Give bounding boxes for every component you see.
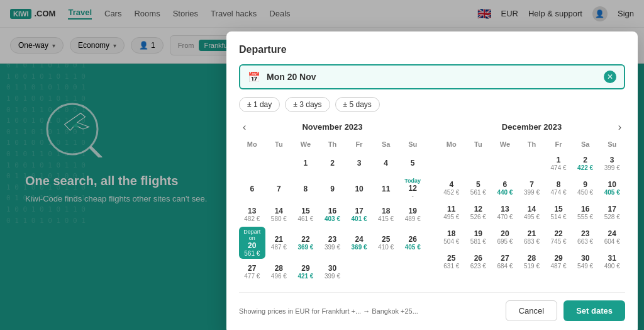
cal-cell[interactable]: 1 bbox=[292, 151, 319, 175]
cal-cell[interactable]: 27477 € bbox=[239, 259, 265, 283]
cal-cell[interactable]: 4 bbox=[373, 151, 399, 175]
plus-minus-1-day-button[interactable]: ± 1 day bbox=[239, 97, 280, 112]
calendars-container: ‹ November 2023 Mo Tu We Th Fr Sa Su 1 2… bbox=[239, 122, 625, 283]
cal-cell[interactable]: 4452 € bbox=[438, 176, 465, 200]
cal-cell bbox=[492, 151, 518, 175]
december-calendar: December 2023 › Mo Tu We Th Fr Sa Su 147… bbox=[438, 122, 625, 283]
dow-fr: Fr bbox=[545, 138, 572, 151]
cal-cell[interactable]: 27684 € bbox=[492, 249, 518, 273]
cal-cell[interactable]: 14495 € bbox=[519, 200, 545, 224]
cal-cell-today[interactable]: Today 12 - bbox=[399, 176, 426, 202]
cal-cell[interactable]: 21683 € bbox=[519, 225, 545, 249]
dow-mo: Mo bbox=[239, 138, 265, 151]
cal-cell[interactable]: 30549 € bbox=[572, 249, 599, 273]
cal-cell[interactable]: 2 bbox=[319, 151, 346, 175]
cal-cell[interactable]: 23399 € bbox=[319, 227, 346, 259]
dow-sa: Sa bbox=[373, 138, 399, 151]
plus-minus-5-days-button[interactable]: ± 5 days bbox=[335, 97, 380, 112]
cal-cell[interactable]: 23663 € bbox=[572, 225, 599, 249]
dow-mo: Mo bbox=[438, 138, 465, 151]
modal-footer: Showing prices in EUR for Frankfurt +...… bbox=[239, 292, 625, 321]
cal-cell-selected[interactable]: Depart on 20 561 € bbox=[239, 227, 265, 259]
cal-cell[interactable]: 21487 € bbox=[266, 227, 292, 259]
next-month-button[interactable]: › bbox=[614, 120, 625, 134]
cal-cell[interactable]: 29421 € bbox=[292, 259, 319, 283]
cal-cell[interactable]: 22745 € bbox=[545, 225, 572, 249]
cal-cell[interactable]: 14580 € bbox=[266, 202, 292, 226]
cal-cell[interactable]: 7 bbox=[266, 176, 292, 202]
cal-cell[interactable]: 25631 € bbox=[438, 249, 465, 273]
cal-cell[interactable]: 7399 € bbox=[519, 176, 545, 200]
cal-cell[interactable]: 18504 € bbox=[438, 225, 465, 249]
cal-cell[interactable]: 17528 € bbox=[599, 200, 625, 224]
cal-cell[interactable]: 10405 € bbox=[599, 176, 625, 200]
calendar-icon: 📅 bbox=[248, 71, 260, 83]
cal-cell[interactable]: 8 bbox=[292, 176, 319, 202]
cal-cell bbox=[519, 151, 545, 175]
dow-th: Th bbox=[319, 138, 346, 151]
cal-cell bbox=[373, 259, 399, 283]
cal-cell[interactable]: 12526 € bbox=[465, 200, 492, 224]
cal-cell[interactable]: 11 bbox=[373, 176, 399, 202]
footer-info: Showing prices in EUR for Frankfurt +...… bbox=[239, 307, 418, 315]
cal-cell[interactable]: 9450 € bbox=[572, 176, 599, 200]
cal-cell[interactable]: 31490 € bbox=[599, 249, 625, 273]
cal-cell[interactable]: 15514 € bbox=[545, 200, 572, 224]
cal-cell[interactable]: 22369 € bbox=[292, 227, 319, 259]
cal-cell[interactable]: 28496 € bbox=[266, 259, 292, 283]
december-month-label: December 2023 bbox=[502, 122, 562, 132]
cal-cell[interactable]: 1474 € bbox=[545, 151, 572, 175]
cal-cell[interactable]: 24604 € bbox=[599, 225, 625, 249]
cal-cell[interactable]: 16555 € bbox=[572, 200, 599, 224]
dow-tu: Tu bbox=[465, 138, 492, 151]
cal-cell[interactable]: 20695 € bbox=[492, 225, 518, 249]
cal-cell[interactable]: 15461 € bbox=[292, 202, 319, 226]
dow-su: Su bbox=[399, 138, 426, 151]
day-range-buttons: ± 1 day ± 3 days ± 5 days bbox=[239, 97, 625, 112]
cal-cell[interactable]: 30399 € bbox=[319, 259, 346, 283]
cal-cell[interactable]: 6 bbox=[239, 176, 265, 202]
cal-cell[interactable]: 11495 € bbox=[438, 200, 465, 224]
dow-we: We bbox=[492, 138, 518, 151]
cal-cell[interactable]: 18415 € bbox=[373, 202, 399, 226]
cal-cell[interactable]: 13470 € bbox=[492, 200, 518, 224]
cal-cell[interactable]: 5 bbox=[399, 151, 426, 175]
prev-month-button[interactable]: ‹ bbox=[239, 120, 250, 134]
cal-cell[interactable]: 6440 € bbox=[492, 176, 518, 200]
cancel-button[interactable]: Cancel bbox=[506, 300, 557, 321]
cal-cell[interactable]: 29487 € bbox=[545, 249, 572, 273]
cal-cell[interactable]: 9 bbox=[319, 176, 346, 202]
cal-cell[interactable]: 28519 € bbox=[519, 249, 545, 273]
november-month-label: November 2023 bbox=[302, 122, 362, 132]
cal-cell[interactable]: 19581 € bbox=[465, 225, 492, 249]
cal-cell[interactable]: 26623 € bbox=[465, 249, 492, 273]
footer-buttons: Cancel Set dates bbox=[506, 300, 625, 321]
clear-date-button[interactable]: ✕ bbox=[604, 71, 616, 83]
cal-cell[interactable]: 3 bbox=[346, 151, 372, 175]
cal-cell[interactable]: 8474 € bbox=[545, 176, 572, 200]
cal-cell[interactable]: 19489 € bbox=[399, 202, 426, 226]
cal-cell[interactable]: 5561 € bbox=[465, 176, 492, 200]
cal-cell[interactable]: 13482 € bbox=[239, 202, 265, 226]
cal-cell bbox=[266, 151, 292, 175]
selected-date: Mon 20 Nov bbox=[267, 72, 604, 82]
cal-cell[interactable]: 2422 € bbox=[572, 151, 599, 175]
november-header: ‹ November 2023 bbox=[239, 122, 426, 132]
december-header: December 2023 › bbox=[438, 122, 625, 132]
date-input[interactable]: 📅 Mon 20 Nov ✕ bbox=[239, 64, 625, 89]
dow-th: Th bbox=[519, 138, 545, 151]
cal-cell[interactable]: 17401 € bbox=[346, 202, 372, 226]
dow-we: We bbox=[292, 138, 319, 151]
cal-cell bbox=[346, 259, 372, 283]
cal-cell[interactable]: 26405 € bbox=[399, 227, 426, 259]
cal-cell[interactable]: 3399 € bbox=[599, 151, 625, 175]
cal-cell[interactable]: 25410 € bbox=[373, 227, 399, 259]
november-grid: Mo Tu We Th Fr Sa Su 1 2 3 4 5 6 7 8 9 bbox=[239, 138, 426, 283]
cal-cell[interactable]: 16403 € bbox=[319, 202, 346, 226]
november-calendar: ‹ November 2023 Mo Tu We Th Fr Sa Su 1 2… bbox=[239, 122, 426, 283]
cal-cell[interactable]: 24369 € bbox=[346, 227, 372, 259]
plus-minus-3-days-button[interactable]: ± 3 days bbox=[285, 97, 330, 112]
dow-tu: Tu bbox=[266, 138, 292, 151]
cal-cell[interactable]: 10 bbox=[346, 176, 372, 202]
set-dates-button[interactable]: Set dates bbox=[564, 300, 625, 321]
